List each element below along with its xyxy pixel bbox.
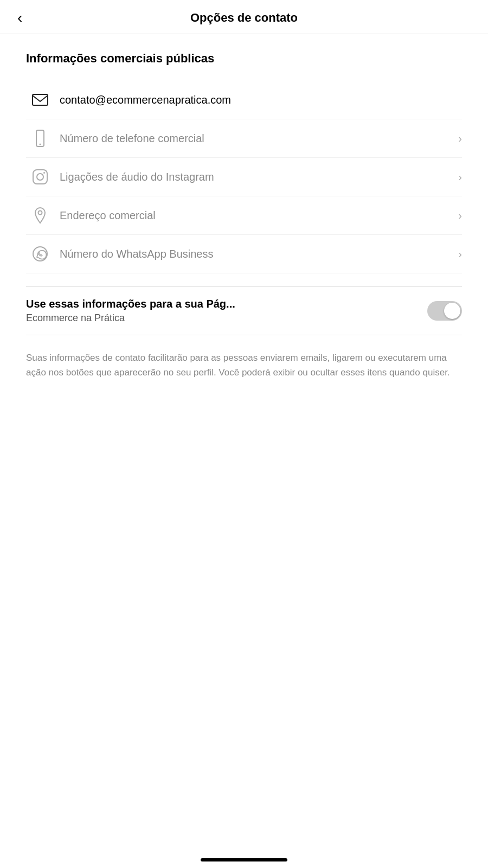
- header: ‹ Opções de contato: [0, 0, 488, 34]
- email-icon: [31, 91, 49, 109]
- svg-point-4: [37, 174, 43, 180]
- toggle-main-label: Use essas informações para a sua Pág...: [26, 298, 419, 310]
- instagram-chevron: ›: [458, 171, 462, 183]
- svg-point-5: [43, 172, 45, 174]
- toggle-section: Use essas informações para a sua Pág... …: [26, 286, 462, 335]
- instagram-label: Ligações de áudio do Instagram: [54, 171, 454, 183]
- whatsapp-chevron: ›: [458, 248, 462, 260]
- content-area: Informações comerciais públicas contato@…: [0, 34, 488, 397]
- email-icon-wrap: [26, 91, 54, 109]
- svg-point-6: [38, 211, 42, 215]
- whatsapp-icon: [31, 245, 49, 263]
- address-chevron: ›: [458, 209, 462, 222]
- section-title: Informações comerciais públicas: [26, 52, 462, 66]
- location-icon: [31, 206, 49, 225]
- email-label: contato@ecommercenapratica.com: [54, 94, 462, 106]
- phone-label: Número de telefone comercial: [54, 132, 454, 145]
- svg-rect-3: [33, 170, 47, 184]
- instagram-icon-wrap: [26, 168, 54, 186]
- phone-icon: [31, 129, 49, 148]
- contact-item-phone[interactable]: Número de telefone comercial ›: [26, 119, 462, 158]
- address-label: Endereço comercial: [54, 209, 454, 222]
- phone-chevron: ›: [458, 132, 462, 145]
- instagram-icon: [31, 168, 49, 186]
- whatsapp-icon-wrap: [26, 245, 54, 263]
- toggle-row: Use essas informações para a sua Pág... …: [26, 298, 462, 324]
- svg-point-2: [40, 144, 41, 145]
- contact-item-address[interactable]: Endereço comercial ›: [26, 196, 462, 235]
- whatsapp-label: Número do WhatsApp Business: [54, 248, 454, 260]
- svg-rect-0: [33, 94, 48, 105]
- back-button[interactable]: ‹: [13, 8, 27, 28]
- toggle-switch[interactable]: [427, 301, 462, 321]
- info-text: Suas informações de contato facilitarão …: [26, 350, 462, 380]
- contact-item-instagram[interactable]: Ligações de áudio do Instagram ›: [26, 158, 462, 196]
- phone-icon-wrap: [26, 129, 54, 148]
- contact-item-whatsapp[interactable]: Número do WhatsApp Business ›: [26, 235, 462, 273]
- location-icon-wrap: [26, 206, 54, 225]
- contact-item-email[interactable]: contato@ecommercenapratica.com: [26, 81, 462, 119]
- toggle-sub-label: Ecommerce na Prática: [26, 312, 419, 324]
- toggle-text: Use essas informações para a sua Pág... …: [26, 298, 419, 324]
- home-indicator: [201, 858, 287, 861]
- page-title: Opções de contato: [190, 11, 298, 25]
